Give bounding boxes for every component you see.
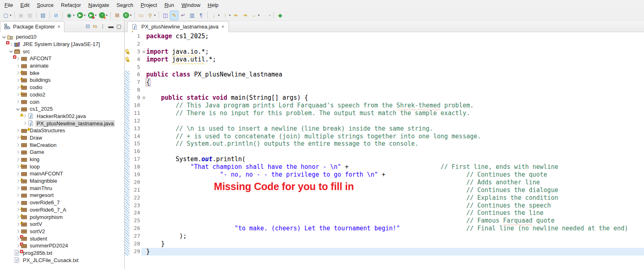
open-element-button[interactable]: ▭ — [137, 11, 145, 20]
code-line-4[interactable]: 4import java.util.*; — [125, 56, 644, 63]
code-line-19[interactable]: 19 "- no, no - - the privilege to go for… — [125, 171, 644, 179]
back-button[interactable]: ←▾ — [250, 11, 260, 20]
tree-item-px-jlcfile-cusack-txt[interactable]: PX_JLCFile_Cusack.txt — [0, 256, 124, 264]
tree-item-px-plusnewline-lastnamea-java[interactable]: JPX_plusNewline_lastnamea.java — [0, 120, 124, 127]
annotation-ruler[interactable] — [125, 148, 130, 155]
new-wizard-button[interactable]: ▢▾ — [2, 11, 12, 20]
search-button[interactable]: ⚲▾ — [146, 11, 156, 20]
tree-item-maingribble[interactable]: Maingribble — [0, 177, 124, 185]
code-line-6[interactable]: 6public class PX_plusNewline_lastnamea — [125, 71, 644, 79]
menu-help[interactable]: Help — [204, 1, 222, 9]
annotation-ruler[interactable] — [125, 194, 130, 202]
annotation-ruler[interactable] — [125, 109, 130, 117]
tree-item-mainafcont[interactable]: mainAFCONT — [0, 170, 124, 177]
close-icon[interactable]: × — [221, 24, 225, 29]
menu-edit[interactable]: Edit — [17, 1, 33, 9]
annotation-ruler[interactable] — [125, 171, 130, 179]
annotation-ruler[interactable] — [125, 209, 130, 217]
new-java-project-button[interactable]: ⊞ — [113, 11, 121, 20]
collapse-all-icon[interactable]: ⊟ — [86, 24, 90, 29]
annotation-ruler[interactable] — [125, 117, 130, 125]
annotation-ruler[interactable] — [125, 202, 130, 210]
tree-item-filecreation[interactable]: fileCreation — [0, 141, 124, 149]
chevron-right-icon[interactable] — [15, 101, 20, 103]
code-line-9[interactable]: 9⊖ public static void main(String[] args… — [125, 94, 644, 102]
tree-item-loop[interactable]: loop — [0, 163, 124, 170]
tree-item-game[interactable]: Game — [0, 149, 124, 156]
annotation-ruler[interactable] — [125, 102, 130, 109]
tree-item-buildings[interactable]: buildings — [0, 77, 124, 84]
tree-item-datastructures[interactable]: DataStructures — [0, 127, 124, 134]
chevron-right-icon[interactable] — [15, 144, 20, 146]
code-line-3[interactable]: 3⊖import java.io.*; — [125, 48, 644, 56]
search-dropdown-icon[interactable]: ▾ — [154, 13, 156, 17]
code-line-13[interactable]: 13 // \n is used to insert a newline (li… — [125, 125, 644, 133]
code-line-22[interactable]: 22 // Explains the condition — [125, 194, 644, 202]
warning-bulb-icon[interactable] — [125, 56, 130, 63]
tree-item-draw[interactable]: Draw — [0, 134, 124, 142]
annotation-ruler[interactable] — [125, 79, 130, 86]
close-icon[interactable]: × — [57, 24, 61, 29]
code-line-16[interactable]: 16 — [125, 148, 644, 155]
tree-item-mainthru[interactable]: mainThru — [0, 184, 124, 192]
code-editor[interactable]: 1package cs1_2025;23⊖import java.io.*;4i… — [125, 32, 644, 269]
tree-item-jre-system-library-javase-17[interactable]: JRE System Library [JavaSE-17] — [0, 41, 124, 48]
chevron-right-icon[interactable] — [15, 158, 20, 161]
tree-item-sortv2[interactable]: sortV2 — [0, 228, 124, 235]
profile-dropdown-icon[interactable]: ▾ — [106, 13, 108, 17]
warning-bulb-icon[interactable] — [125, 48, 130, 56]
debug-dropdown-icon[interactable]: ▾ — [73, 13, 75, 17]
annotation-ruler[interactable] — [125, 240, 130, 248]
new-wizard-dropdown-icon[interactable]: ▾ — [10, 13, 11, 17]
menu-source[interactable]: Source — [33, 1, 57, 9]
annotation-ruler[interactable] — [125, 86, 130, 94]
annotation-ruler[interactable] — [125, 63, 130, 71]
annotation-ruler[interactable] — [125, 163, 130, 171]
pin-editor-button[interactable]: ◆ — [276, 11, 284, 20]
chevron-right-icon[interactable] — [15, 230, 20, 232]
code-line-17[interactable]: 17 System.out.println( — [125, 155, 644, 163]
annotation-ruler[interactable] — [125, 125, 130, 133]
annotation-ruler[interactable] — [125, 232, 130, 240]
code-line-2[interactable]: 2 — [125, 40, 644, 48]
tree-item-coin[interactable]: coin — [0, 98, 124, 105]
code-line-7[interactable]: 7{ — [125, 79, 644, 86]
next-edit-location-button[interactable]: ↠ — [241, 11, 249, 20]
code-line-23[interactable]: 23 // Continues the speech — [125, 202, 644, 210]
annotation-ruler[interactable] — [125, 140, 130, 148]
code-line-29[interactable]: 29} — [125, 248, 644, 256]
back-dropdown-icon[interactable]: ▾ — [258, 13, 259, 17]
menu-window[interactable]: Window — [178, 1, 204, 9]
chevron-right-icon[interactable] — [15, 194, 20, 197]
mark-occurrences-button[interactable]: ✎ — [170, 11, 178, 20]
tree-item-afcont[interactable]: AFCONT — [0, 55, 124, 62]
tree-item-animate[interactable]: animate — [0, 62, 124, 70]
annotation-ruler[interactable] — [125, 155, 130, 163]
tree-item-prog285b-txt[interactable]: prog285b.txt — [0, 249, 124, 257]
code-line-26[interactable]: 26 "to make. (cheers) Let the tournament… — [125, 225, 644, 232]
menu-run[interactable]: Run — [161, 1, 178, 9]
breadcrumb-toggle-button[interactable]: ◫ — [161, 11, 169, 20]
menu-search[interactable]: Search — [113, 1, 137, 9]
previous-annotation-button[interactable]: ↑▾ — [221, 11, 231, 20]
next-annotation-button[interactable]: ↓▾ — [210, 11, 220, 20]
code-line-11[interactable]: 11 // There is no input for this problem… — [125, 109, 644, 117]
annotation-ruler[interactable] — [125, 217, 130, 225]
annotation-ruler[interactable] — [125, 248, 130, 256]
debug-button[interactable]: ◉▾ — [65, 11, 75, 20]
chevron-right-icon[interactable] — [15, 129, 20, 132]
new-java-class-dropdown-icon[interactable]: ▾ — [130, 13, 132, 17]
chevron-right-icon[interactable] — [15, 173, 20, 175]
tree-item-codio[interactable]: codio — [0, 84, 124, 91]
tree-item-codio2[interactable]: codio2 — [0, 91, 124, 98]
tab-package-explorer[interactable]: Package Explorer × — [0, 21, 64, 32]
chevron-down-icon[interactable] — [15, 107, 20, 111]
next-annotation-dropdown-icon[interactable]: ▾ — [218, 13, 220, 17]
menu-project[interactable]: Project — [137, 1, 160, 9]
chevron-right-icon[interactable] — [22, 115, 27, 117]
tree-item-cs1-2025[interactable]: cs1_2025 — [0, 105, 124, 113]
view-menu-icon[interactable]: ⋮ — [100, 24, 106, 29]
code-line-8[interactable]: 8 — [125, 86, 644, 94]
chevron-right-icon[interactable] — [22, 122, 27, 125]
code-line-5[interactable]: 5 — [125, 63, 644, 71]
